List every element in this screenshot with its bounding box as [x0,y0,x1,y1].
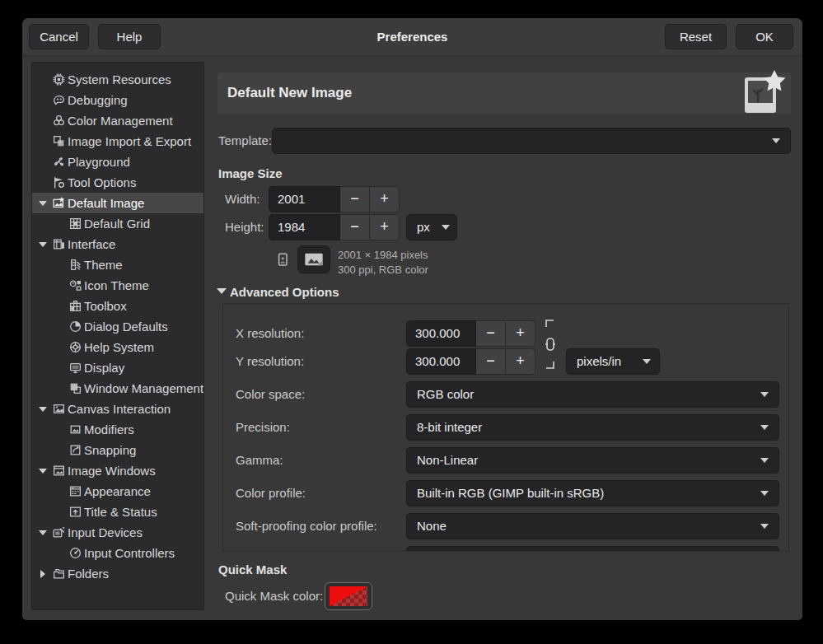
sidebar-item-display[interactable]: Display [32,357,203,378]
sidebar-item-folders[interactable]: Folders [32,563,203,584]
height-spinner: 1984 − + [269,214,400,240]
sidebar-item-tool-options[interactable]: Tool Options [32,172,203,193]
expander-down-icon[interactable] [37,238,52,251]
sidebar-item-label: Toolbox [84,299,127,313]
system-resources-icon [52,72,66,86]
expander-spacer [54,320,68,334]
soft-proofing-profile-value: None [417,514,447,539]
x-resolution-input[interactable]: 300.000 [406,320,476,347]
expander-down-icon[interactable] [37,526,52,539]
color-space-label: Color space: [236,381,305,408]
height-increment-button[interactable]: + [370,214,400,240]
icon-theme-icon [68,278,82,292]
quick-mask-color-swatch [330,586,367,606]
expander-down-icon[interactable] [37,197,52,210]
default-grid-icon [68,217,82,231]
sidebar-item-dialog-defaults[interactable]: Dialog Defaults [32,316,203,337]
landscape-orientation-button[interactable] [297,245,330,273]
sidebar-item-playground[interactable]: Playground [32,152,203,172]
precision-dropdown[interactable]: 8-bit integer [406,414,779,441]
portrait-orientation-button[interactable] [269,245,296,273]
sidebar-item-label: Window Management [84,381,203,395]
expander-spacer [54,444,68,457]
size-unit-dropdown[interactable]: px [406,214,457,240]
snapping-icon [68,443,82,457]
expander-right-icon[interactable] [37,567,52,581]
sidebar-item-appearance[interactable]: Appearance [32,481,203,502]
expander-down-icon[interactable] [37,403,52,416]
help-button[interactable]: Help [98,24,161,49]
sidebar-item-label: Interface [68,237,115,251]
y-resolution-increment-button[interactable]: + [506,348,535,375]
expander-down-icon[interactable] [37,464,52,478]
sidebar-item-input-devices[interactable]: Input Devices [32,522,203,543]
chevron-down-icon [760,524,769,529]
portrait-icon [274,251,291,268]
sidebar-item-label: Modifiers [84,422,134,436]
sidebar-item-canvas-interaction[interactable]: Canvas Interaction [32,399,203,419]
precision-value: 8-bit integer [417,415,482,440]
sidebar-item-system-resources[interactable]: System Resources [32,69,203,90]
y-resolution-input[interactable]: 300.000 [406,348,476,375]
width-decrement-button[interactable]: − [340,186,370,212]
color-profile-dropdown[interactable]: Built-in RGB (GIMP built-in sRGB) [406,480,779,506]
sidebar-item-debugging[interactable]: Debugging [32,90,203,110]
reset-button[interactable]: Reset [665,24,727,49]
sidebar-item-help-system[interactable]: Help System [32,337,203,357]
width-input[interactable]: 2001 [269,186,340,212]
advanced-options-expander-icon[interactable] [217,288,227,294]
sidebar-item-label: Help System [84,340,154,354]
sidebar-item-default-image[interactable]: Default Image [32,193,203,213]
width-increment-button[interactable]: + [370,186,400,212]
resolution-unit-dropdown[interactable]: pixels/in [566,348,660,375]
sidebar-item-label: Tool Options [68,175,136,189]
sidebar-item-label: Dialog Defaults [84,320,168,334]
sidebar-item-toolbox[interactable]: Toolbox [32,296,203,316]
resolution-chain-link-icon[interactable] [545,319,556,380]
x-resolution-increment-button[interactable]: + [506,320,535,347]
gamma-value: Non-Linear [417,448,478,473]
sidebar-item-icon-theme[interactable]: Icon Theme [32,275,203,296]
expander-spacer [37,176,52,189]
expander-spacer [54,217,68,231]
advanced-options-heading[interactable]: Advanced Options [230,285,339,299]
sidebar-item-title-status[interactable]: Title & Status [32,502,203,522]
debugging-icon [52,93,66,107]
y-resolution-decrement-button[interactable]: − [476,348,506,375]
theme-icon [68,258,82,272]
sidebar-item-label: Appearance [84,484,151,498]
sidebar-item-image-windows[interactable]: Image Windows [32,460,203,481]
sidebar-item-label: Folders [68,567,109,581]
x-resolution-decrement-button[interactable]: − [476,320,506,347]
page-title: Default New Image [227,72,352,114]
sidebar-item-modifiers[interactable]: Modifiers [32,419,203,440]
height-decrement-button[interactable]: − [340,214,370,240]
titlebar: Preferences Cancel Help Reset OK [22,18,802,56]
expander-spacer [54,423,68,436]
gamma-dropdown[interactable]: Non-Linear [406,447,779,474]
cancel-button[interactable]: Cancel [29,24,89,49]
soft-proofing-profile-dropdown[interactable]: None [406,513,779,539]
sidebar-item-label: Display [84,361,124,375]
sidebar-item-interface[interactable]: Interface [32,234,203,254]
color-space-value: RGB color [417,382,474,407]
ok-button[interactable]: OK [736,24,793,49]
sidebar-item-snapping[interactable]: Snapping [32,440,203,460]
quick-mask-color-label: Quick Mask color: [225,583,323,609]
sidebar-item-color-management[interactable]: Color Management [32,110,203,131]
sidebar-item-window-management[interactable]: Window Management [32,378,203,399]
expander-spacer [54,341,68,354]
input-controllers-icon [68,546,82,560]
sidebar-item-theme[interactable]: Theme [32,254,203,275]
color-space-dropdown[interactable]: RGB color [406,381,779,408]
height-input[interactable]: 1984 [269,214,340,240]
expander-spacer [37,156,52,169]
sidebar-item-image-import-export[interactable]: Image Import & Export [32,131,203,152]
color-profile-value: Built-in RGB (GIMP built-in sRGB) [417,481,604,506]
template-dropdown[interactable] [272,128,791,154]
color-profile-label: Color profile: [236,480,306,506]
sidebar-item-default-grid[interactable]: Default Grid [32,213,203,234]
clipped-dropdown[interactable] [406,546,779,552]
sidebar-item-input-controllers[interactable]: Input Controllers [32,543,203,563]
quick-mask-color-button[interactable] [325,582,372,610]
